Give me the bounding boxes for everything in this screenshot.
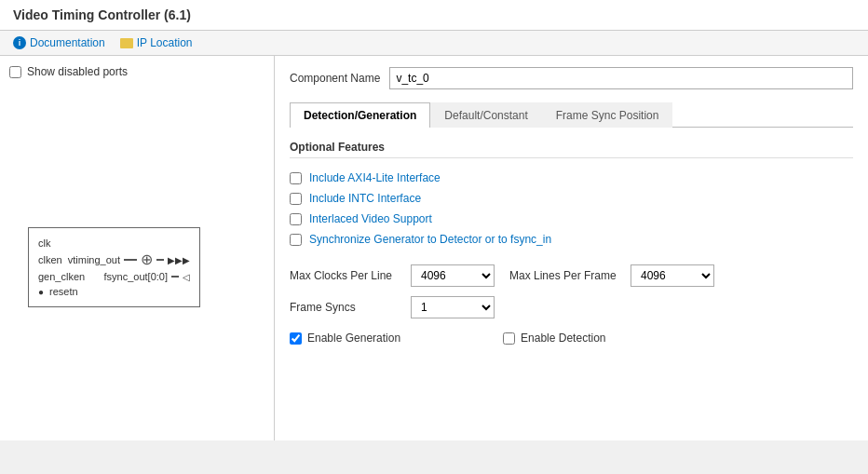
max-lines-label: Max Lines Per Frame bbox=[509, 269, 621, 282]
diagram-row-gen-clken: gen_clken fsync_out[0:0] ◁ bbox=[38, 269, 190, 284]
enable-detection-item: Enable Detection bbox=[503, 332, 605, 345]
documentation-link[interactable]: i Documentation bbox=[13, 36, 105, 49]
config-clocks-row: Max Clocks Per Line 4096 8192 16384 3276… bbox=[290, 264, 853, 287]
vtiming-out-arrow: ⊕ bbox=[141, 252, 153, 267]
enable-generation-item: Enable Generation bbox=[290, 332, 400, 345]
ip-location-label: IP Location bbox=[137, 36, 193, 49]
fsync-out-connector: ◁ bbox=[183, 272, 190, 282]
vtiming-out-tri: ▶▶▶ bbox=[168, 255, 190, 265]
enable-generation-label: Enable Generation bbox=[307, 332, 400, 345]
toolbar: i Documentation IP Location bbox=[0, 31, 868, 56]
tab-detection-generation[interactable]: Detection/Generation bbox=[290, 102, 430, 128]
diagram-box: clk clken vtiming_out ⊕ ▶▶▶ bbox=[28, 227, 200, 307]
diagram-row-clken: clken vtiming_out ⊕ ▶▶▶ bbox=[38, 251, 190, 269]
ip-location-link[interactable]: IP Location bbox=[120, 36, 193, 49]
tab-default-constant[interactable]: Default/Constant bbox=[430, 102, 541, 128]
port-vtiming-out: vtiming_out ⊕ ▶▶▶ bbox=[68, 252, 190, 267]
port-clken: clken bbox=[38, 254, 62, 265]
documentation-label: Documentation bbox=[30, 36, 105, 49]
port-gen-clken-label: gen_clken bbox=[38, 271, 85, 282]
max-lines-select[interactable]: 4096 8192 16384 32768 bbox=[631, 264, 714, 287]
port-fsync-out: fsync_out[0:0] ◁ bbox=[104, 271, 191, 282]
vtiming-out-tail bbox=[156, 259, 164, 261]
frame-syncs-label: Frame Syncs bbox=[290, 301, 401, 314]
port-clk: clk bbox=[38, 237, 50, 249]
max-clocks-select[interactable]: 4096 8192 16384 32768 bbox=[411, 264, 495, 287]
port-fsync-out-label: fsync_out[0:0] bbox=[104, 271, 169, 282]
frame-syncs-select[interactable]: 1 2 3 4 bbox=[411, 296, 495, 318]
port-vtiming-out-label: vtiming_out bbox=[68, 254, 120, 265]
port-gen-clken: gen_clken bbox=[38, 271, 85, 282]
show-disabled-ports-label: Show disabled ports bbox=[27, 65, 128, 78]
enable-detection-label: Enable Detection bbox=[521, 332, 605, 345]
port-clk-label: clk bbox=[38, 237, 50, 249]
left-panel: Show disabled ports clk clken vtiming_ou… bbox=[0, 56, 275, 440]
port-resetn-label: resetn bbox=[49, 286, 78, 297]
component-diagram: clk clken vtiming_out ⊕ ▶▶▶ bbox=[28, 227, 200, 307]
optional-features-section: Optional Features Include AXI4-Lite Inte… bbox=[290, 141, 853, 250]
enable-detection-checkbox[interactable] bbox=[503, 332, 515, 345]
show-disabled-ports-checkbox[interactable] bbox=[9, 66, 21, 78]
component-name-row: Component Name bbox=[290, 67, 853, 89]
component-name-input[interactable] bbox=[389, 67, 853, 89]
feature-sync-generator-label: Synchronize Generator to Detector or to … bbox=[309, 233, 551, 246]
app-title: Video Timing Controller (6.1) bbox=[13, 7, 191, 22]
feature-interlaced: Interlaced Video Support bbox=[290, 209, 853, 229]
fsync-out-line bbox=[171, 276, 179, 278]
diagram-row-resetn: ● resetn bbox=[38, 284, 190, 299]
folder-icon bbox=[120, 38, 133, 48]
enable-generation-checkbox[interactable] bbox=[290, 332, 302, 345]
feature-interlaced-checkbox[interactable] bbox=[290, 213, 302, 225]
feature-interlaced-label: Interlaced Video Support bbox=[309, 212, 432, 225]
frame-syncs-group: Frame Syncs 1 2 3 4 bbox=[290, 296, 495, 318]
feature-intc-label: Include INTC Interface bbox=[309, 192, 421, 205]
config-frame-syncs-row: Frame Syncs 1 2 3 4 bbox=[290, 296, 853, 318]
feature-sync-generator: Synchronize Generator to Detector or to … bbox=[290, 229, 853, 250]
feature-intc-checkbox[interactable] bbox=[290, 193, 302, 205]
resetn-dot: ● bbox=[38, 287, 44, 297]
main-content: Show disabled ports clk clken vtiming_ou… bbox=[0, 56, 868, 440]
component-name-label: Component Name bbox=[290, 72, 380, 85]
diagram-row-clk: clk bbox=[38, 236, 190, 251]
right-panel: Component Name Detection/Generation Defa… bbox=[275, 56, 868, 440]
section-title: Optional Features bbox=[290, 141, 853, 158]
title-bar: Video Timing Controller (6.1) bbox=[0, 0, 868, 31]
port-resetn: ● resetn bbox=[38, 286, 78, 297]
enable-row: Enable Generation Enable Detection bbox=[290, 332, 853, 345]
max-lines-group: Max Lines Per Frame 4096 8192 16384 3276… bbox=[509, 264, 714, 287]
vtiming-out-line bbox=[124, 259, 137, 261]
feature-axi4-lite-checkbox[interactable] bbox=[290, 172, 302, 184]
port-clken-label: clken bbox=[38, 254, 62, 265]
feature-intc: Include INTC Interface bbox=[290, 188, 853, 209]
feature-axi4-lite: Include AXI4-Lite Interface bbox=[290, 168, 853, 188]
show-disabled-ports-row: Show disabled ports bbox=[9, 65, 264, 78]
max-clocks-label: Max Clocks Per Line bbox=[290, 269, 401, 282]
feature-sync-generator-checkbox[interactable] bbox=[290, 234, 302, 246]
max-clocks-group: Max Clocks Per Line 4096 8192 16384 3276… bbox=[290, 264, 495, 287]
tabs-bar: Detection/Generation Default/Constant Fr… bbox=[290, 102, 853, 128]
info-icon: i bbox=[13, 36, 26, 49]
tab-frame-sync-position[interactable]: Frame Sync Position bbox=[542, 102, 673, 128]
feature-axi4-lite-label: Include AXI4-Lite Interface bbox=[309, 171, 441, 184]
